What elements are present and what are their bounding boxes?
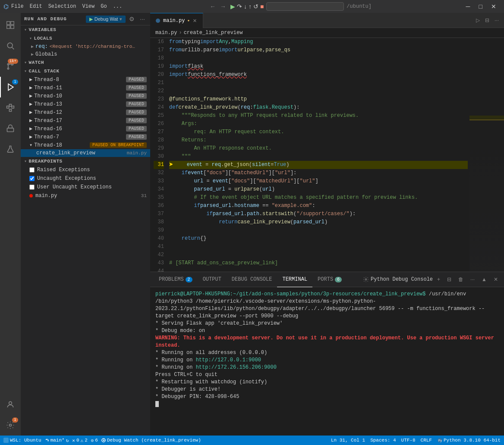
bp-raised-checkbox[interactable] [29,167,35,172]
svg-rect-2 [7,25,10,28]
titlebar: ⌬ File Edit Selection View Go ... ← → ▶ … [0,0,504,13]
status-python[interactable]: Py Python 3.8.10 64-bit [437,438,501,443]
terminal-content[interactable]: pierrick@LAPTOP-HKU5PNNG:~/git/add-ons-s… [150,287,504,436]
bp-main-py[interactable]: main.py 31 [21,191,150,200]
thread-12-chevron: ▶ [29,109,32,116]
breadcrumb-fn[interactable]: create_link_preview [184,30,243,36]
search-input[interactable] [266,2,344,11]
thread-7[interactable]: ▶Thread-7 PAUSED [21,133,150,141]
line-40: return {} [169,235,468,243]
menu-selection[interactable]: Selection [48,3,76,9]
maximize-panel-btn[interactable]: ▲ [479,276,489,283]
debug-step-into-btn[interactable]: ↓ [244,3,247,10]
more-panel-btn[interactable]: ··· [468,276,477,283]
nav-back[interactable]: ← [208,2,217,11]
trash-btn[interactable]: 🗑 [456,276,466,283]
activity-flask[interactable] [0,139,21,160]
nav-forward[interactable]: → [218,2,228,11]
bp-uncaught-exceptions[interactable]: Uncaught Exceptions [21,174,150,183]
tab-main-py[interactable]: main.py ● ✕ [150,13,203,28]
breakpoints-section-header[interactable]: ▾ Breakpoints [21,157,150,166]
menu-edit[interactable]: Edit [30,3,42,9]
locals-header[interactable]: ▾ Locals [21,34,150,43]
status-line-col[interactable]: Ln 31, Col 1 [331,438,365,443]
split-btn[interactable]: ⊟ [483,16,491,24]
activity-debug[interactable]: 1 [0,77,21,97]
bp-raised-exceptions[interactable]: Raised Exceptions [21,166,150,174]
thread-11[interactable]: ▶Thread-11 PAUSED [21,84,150,92]
remote-icon [3,438,9,443]
tab-close-btn[interactable]: ✕ [192,17,197,24]
debug-icon [101,438,106,442]
minimize-button[interactable]: ─ [462,2,475,11]
thread-13[interactable]: ▶Thread-13 PAUSED [21,100,150,108]
debug-run-btn[interactable]: ▶ [230,3,235,10]
activity-settings[interactable]: 1 [0,415,21,436]
menu-file[interactable]: File [11,3,24,9]
variables-section-header[interactable]: ▾ Variables [21,25,150,34]
globals-item[interactable]: ▶ Globals [21,50,150,58]
thread-18-status: PAUSED ON BREAKPOINT [90,142,147,148]
thread-13-chevron: ▶ [29,101,32,107]
stack-frame[interactable]: create_link_preview main.py [21,149,150,157]
thread-18[interactable]: ▾Thread-18 PAUSED ON BREAKPOINT [21,141,150,149]
activity-remote[interactable] [0,118,21,139]
more-tab-btn[interactable]: ··· [493,16,501,24]
breadcrumb-file[interactable]: main.py [155,30,177,36]
line-43: # [START add_ons_case_preview_link] [169,259,468,267]
close-panel-btn[interactable]: ✕ [491,276,501,283]
debug-step-over-btn[interactable]: ↷ [237,3,242,10]
status-spaces[interactable]: Spaces: 4 [370,438,396,443]
debug-restart-btn[interactable]: ↺ [253,3,258,10]
bp-user-uncaught[interactable]: User Uncaught Exceptions [21,183,150,191]
tab-ports[interactable]: PORTS 6 [312,272,347,287]
tab-output[interactable]: OUTPUT [198,272,227,287]
line-numbers: 1617181920 2122232425 2627282930 31 3233… [150,38,167,272]
svg-rect-12 [9,104,12,107]
close-button[interactable]: ✕ [487,2,501,11]
tab-debug-console[interactable]: DEBUG CONSOLE [227,272,277,287]
settings-btn[interactable]: ⚙ [127,15,136,23]
tab-problems[interactable]: PROBLEMS 2 [154,272,198,287]
run-debug-btn[interactable]: ▶ Debug Wat ▾ [86,16,126,23]
menu-view[interactable]: View [82,3,94,9]
restore-button[interactable]: □ [475,2,487,11]
thread-17[interactable]: ▶Thread-17 PAUSED [21,116,150,125]
bp-uncaught-checkbox[interactable] [29,176,35,181]
call-stack-header[interactable]: ▾ Call Stack [21,67,150,75]
tab-terminal[interactable]: TERMINAL [277,272,312,287]
code-content[interactable]: from typing import Any, Mapping from url… [167,38,469,272]
thread-12[interactable]: ▶Thread-12 PAUSED [21,108,150,116]
watch-section-header[interactable]: ▾ Watch [21,58,150,67]
thread-8[interactable]: ▶Thread-8 PAUSED [21,75,150,84]
activity-account[interactable] [0,394,21,415]
activity-search[interactable] [0,35,21,56]
thread-10[interactable]: ▶Thread-10 PAUSED [21,92,150,100]
status-debug-watch[interactable]: Debug Watch (create_link_preview) [101,438,201,443]
run-btn[interactable]: ▷ [474,16,482,24]
activity-explorer[interactable] [0,15,21,35]
status-wsl[interactable]: WSL: Ubuntu [3,438,41,443]
bp-user-uncaught-checkbox[interactable] [29,185,35,190]
status-encoding[interactable]: UTF-8 [401,438,416,443]
call-stack-list: ▶Thread-8 PAUSED ▶Thread-11 PAUSED ▶Thre… [21,75,150,157]
thread-16[interactable]: ▶Thread-16 PAUSED [21,125,150,133]
branch-label: main* [50,438,65,443]
add-terminal-btn[interactable]: + [435,276,443,283]
status-left: WSL: Ubuntu main* ↻ ✕ 0 ⚠ 2 ⊙ 6 Debug Wa… [3,438,201,443]
debug-stop-btn[interactable]: ■ [260,3,264,10]
problems-count: 2 [186,277,192,282]
status-errors[interactable]: ✕ 0 ⚠ 2 [72,438,87,443]
menu-more[interactable]: ... [113,3,123,9]
status-branch[interactable]: main* ↻ [45,438,69,443]
req-variable[interactable]: ▶ req: <Request 'http://charming-tro... [21,43,150,50]
debug-step-out-btn[interactable]: ↑ [249,3,252,10]
tab-bar: main.py ● ✕ ▷ ⊟ ··· [150,13,504,28]
status-eol[interactable]: CRLF [421,438,432,443]
activity-source-control[interactable]: 1k+ [0,56,21,77]
activity-extensions[interactable] [0,97,21,118]
split-terminal-btn[interactable]: ⊟ [444,276,454,283]
more-btn[interactable]: ··· [138,15,147,23]
menu-go[interactable]: Go [101,3,107,9]
status-remote[interactable]: ⊙ 6 [91,438,98,443]
